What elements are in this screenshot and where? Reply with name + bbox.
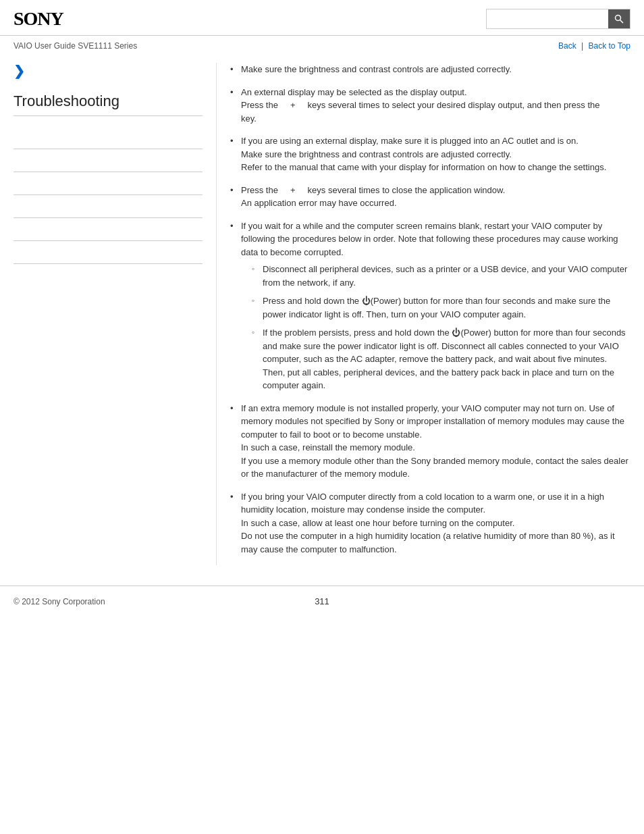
sub-bullet-list: Disconnect all peripheral devices, such … [241, 263, 630, 392]
bullet-text-3: If you are using an external display, ma… [241, 136, 606, 172]
search-box [486, 9, 630, 29]
bullet-text-5: If you wait for a while and the computer… [241, 221, 618, 257]
back-link[interactable]: Back [558, 41, 576, 51]
bullet-text-7: If you bring your VAIO computer directly… [241, 492, 615, 554]
sony-logo: SONY [14, 8, 63, 30]
list-item [14, 149, 203, 172]
sidebar: ❯ Troubleshooting [14, 63, 216, 565]
list-item: If you are using an external display, ma… [230, 134, 630, 174]
search-input[interactable] [487, 9, 608, 28]
list-item [14, 172, 203, 195]
sidebar-link-3[interactable] [14, 179, 16, 188]
list-item: Press the + keys several times to close … [230, 184, 630, 210]
header: SONY [0, 0, 644, 36]
list-item: An external display may be selected as t… [230, 86, 630, 126]
search-button[interactable] [608, 9, 630, 28]
bullet-text-4: Press the + keys several times to close … [241, 185, 505, 209]
bullet-text-2: An external display may be selected as t… [241, 87, 624, 124]
nav-separator: | [581, 41, 583, 51]
sidebar-link-4[interactable] [14, 202, 16, 211]
list-item: If you bring your VAIO computer directly… [230, 490, 630, 556]
footer: © 2012 Sony Corporation 311 [0, 585, 644, 617]
list-item [14, 195, 203, 218]
list-item: If the problem persists, press and hold … [252, 326, 630, 392]
nav-bar: VAIO User Guide SVE1111 Series Back | Ba… [0, 36, 644, 56]
list-item: If you wait for a while and the computer… [230, 219, 630, 392]
back-to-top-link[interactable]: Back to Top [589, 41, 630, 51]
main-bullet-list: Make sure the brightness and contrast co… [230, 63, 630, 556]
sidebar-link-2[interactable] [14, 156, 16, 165]
svg-line-1 [620, 20, 624, 24]
copyright-text: © 2012 Sony Corporation [14, 597, 105, 606]
nav-links: Back | Back to Top [558, 41, 630, 51]
list-item [14, 126, 203, 149]
search-icon [614, 14, 624, 24]
sidebar-link-6[interactable] [14, 248, 16, 257]
list-item: Disconnect all peripheral devices, such … [252, 263, 630, 289]
page-number: 311 [315, 596, 329, 606]
sidebar-link-list [14, 126, 203, 264]
bullet-text-1: Make sure the brightness and contrast co… [241, 64, 512, 74]
sub-bullet-text-2: Press and hold down the ⏻(Power) button … [263, 296, 610, 319]
sub-bullet-text-1: Disconnect all peripheral devices, such … [263, 264, 627, 288]
sidebar-link-5[interactable] [14, 225, 16, 234]
sidebar-link-1[interactable] [14, 133, 16, 142]
list-item: Make sure the brightness and contrast co… [230, 63, 630, 76]
content-area: Make sure the brightness and contrast co… [216, 63, 630, 565]
bullet-text-6: If an extra memory module is not install… [241, 403, 628, 479]
main-content: ❯ Troubleshooting Make sure the brightne… [0, 56, 644, 579]
list-item [14, 218, 203, 241]
sidebar-chevron-icon: ❯ [14, 63, 203, 79]
list-item: Press and hold down the ⏻(Power) button … [252, 294, 630, 321]
list-item: If an extra memory module is not install… [230, 402, 630, 481]
footer-inner: © 2012 Sony Corporation 311 [14, 596, 630, 606]
sub-bullet-text-3: If the problem persists, press and hold … [263, 328, 626, 390]
breadcrumb: VAIO User Guide SVE1111 Series [14, 41, 137, 51]
list-item [14, 241, 203, 264]
svg-point-0 [616, 16, 621, 21]
sidebar-title: Troubleshooting [14, 93, 203, 116]
